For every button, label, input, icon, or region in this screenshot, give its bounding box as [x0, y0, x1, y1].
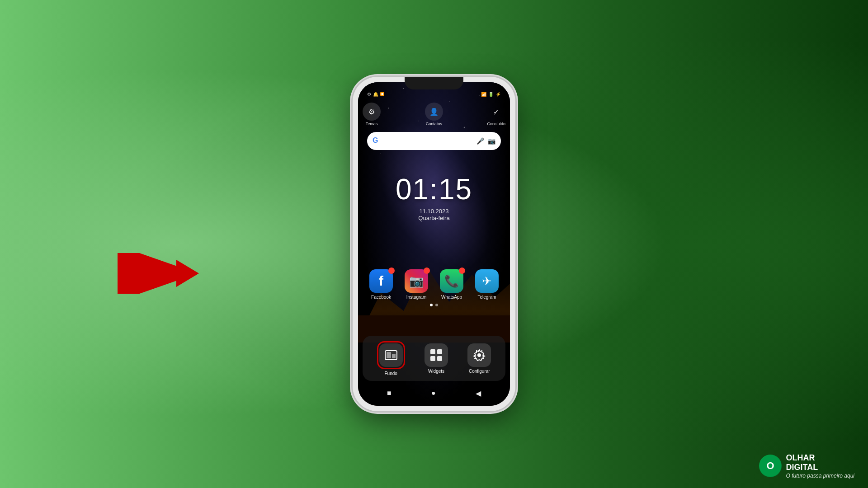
concluido-action[interactable]: ✓ Concluído [487, 103, 505, 126]
fundo-dock-item[interactable]: Fundo [377, 341, 405, 376]
olhar-digital-watermark: O OLHARDIGITAL O futuro passa primeiro a… [759, 453, 854, 479]
lens-search-icon[interactable]: 📷 [488, 137, 495, 145]
facebook-app[interactable]: f Facebook [368, 269, 395, 300]
google-logo: G [373, 136, 382, 145]
facebook-f-letter: f [379, 273, 383, 289]
facebook-label: Facebook [371, 295, 391, 300]
dot-1 [430, 304, 433, 306]
arrow-pointer [118, 253, 199, 296]
widgets-icon[interactable] [425, 343, 448, 367]
instagram-icon[interactable]: 📷 [405, 269, 428, 293]
fundo-icon[interactable] [379, 343, 403, 367]
svg-point-10 [477, 353, 481, 357]
fundo-highlight-border [377, 341, 405, 369]
telegram-app[interactable]: ✈ Telegram [473, 269, 500, 300]
bottom-dock: Fundo Widgets [363, 336, 505, 381]
telegram-label: Telegram [477, 295, 496, 300]
configurar-dock-item[interactable]: Configurar [467, 343, 491, 374]
concluido-button[interactable]: ✓ [487, 103, 505, 121]
facebook-badge [388, 267, 395, 274]
whatsapp-badge [459, 267, 465, 274]
instagram-label: Instagram [406, 295, 426, 300]
orange-badge: ■ [380, 92, 384, 96]
clock-date: 11.10.2023 [419, 208, 448, 215]
svg-rect-4 [387, 352, 391, 358]
instagram-app[interactable]: 📷 Instagram [403, 269, 430, 300]
fundo-label: Fundo [384, 371, 397, 376]
configurar-label: Configurar [469, 369, 490, 374]
whatsapp-app[interactable]: 📞 WhatsApp [438, 269, 465, 300]
phone-frame: ⚙ 🔔 ■ 📶 🔋 ⚡ ⚙ Temas 👤 Contatos ✓ Con [353, 77, 515, 411]
status-bar: ⚙ 🔔 ■ 📶 🔋 ⚡ [367, 89, 501, 99]
alarm-status-icon: 🔔 [373, 92, 378, 97]
facebook-icon[interactable]: f [369, 269, 393, 293]
concluido-label: Concluído [487, 122, 505, 126]
svg-rect-5 [392, 354, 396, 358]
whatsapp-phone-icon: 📞 [444, 274, 459, 288]
page-dots [358, 304, 510, 306]
brand-name: OLHARDIGITAL [786, 453, 854, 473]
search-voice-icons: 🎤 📷 [476, 137, 495, 145]
telegram-send-icon: ✈ [482, 274, 492, 288]
olhar-digital-logo: O [759, 455, 782, 477]
wifi-icon: 📶 [481, 92, 486, 97]
contacts-button[interactable]: 👤 [425, 103, 443, 121]
clock-widget: 01:15 11.10.2023 Quarta-feira [358, 173, 510, 221]
status-left: ⚙ 🔔 ■ [367, 92, 384, 97]
whatsapp-icon[interactable]: 📞 [440, 269, 463, 293]
whatsapp-label: WhatsApp [441, 295, 462, 300]
settings-status-icon: ⚙ [367, 92, 371, 97]
home-nav-button[interactable]: ● [431, 389, 436, 397]
top-actions-bar: ⚙ Temas 👤 Contatos ✓ Concluído [363, 103, 505, 126]
contacts-label: Contatos [426, 122, 442, 126]
back-nav-button[interactable]: ◀ [476, 389, 481, 398]
svg-rect-7 [437, 349, 442, 354]
clock-time: 01:15 [396, 173, 472, 206]
configurar-icon[interactable] [467, 343, 491, 367]
svg-rect-6 [430, 349, 435, 354]
square-nav-button[interactable]: ■ [387, 389, 392, 397]
apps-row: f Facebook 📷 Instagram 📞 WhatsApp [358, 269, 510, 300]
phone-screen: ⚙ 🔔 ■ 📶 🔋 ⚡ ⚙ Temas 👤 Contatos ✓ Con [358, 82, 510, 406]
widgets-label: Widgets [428, 369, 444, 374]
telegram-icon[interactable]: ✈ [475, 269, 499, 293]
themes-label: Temas [366, 122, 378, 126]
themes-action[interactable]: ⚙ Temas [363, 103, 381, 126]
battery-icon: 🔋 [488, 92, 494, 97]
contacts-action[interactable]: 👤 Contatos [425, 103, 443, 126]
google-search-bar[interactable]: G 🎤 📷 [367, 132, 501, 150]
navigation-bar: ■ ● ◀ [367, 385, 501, 401]
widgets-dock-item[interactable]: Widgets [425, 343, 448, 374]
dot-2 [435, 304, 438, 306]
status-right: 📶 🔋 ⚡ [481, 92, 501, 97]
clock-day: Quarta-feira [418, 215, 449, 221]
svg-rect-9 [437, 356, 442, 361]
instagram-camera-icon: 📷 [409, 274, 424, 288]
brand-tagline: O futuro passa primeiro aqui [786, 473, 854, 479]
voice-search-icon[interactable]: 🎤 [476, 137, 484, 145]
charging-icon: ⚡ [495, 92, 501, 97]
svg-marker-2 [176, 260, 199, 287]
themes-button[interactable]: ⚙ [363, 103, 381, 121]
instagram-badge [424, 267, 430, 274]
svg-text:O: O [766, 460, 774, 471]
olhar-digital-text-block: OLHARDIGITAL O futuro passa primeiro aqu… [786, 453, 854, 479]
svg-rect-8 [430, 356, 435, 361]
phone-notch [405, 77, 463, 89]
